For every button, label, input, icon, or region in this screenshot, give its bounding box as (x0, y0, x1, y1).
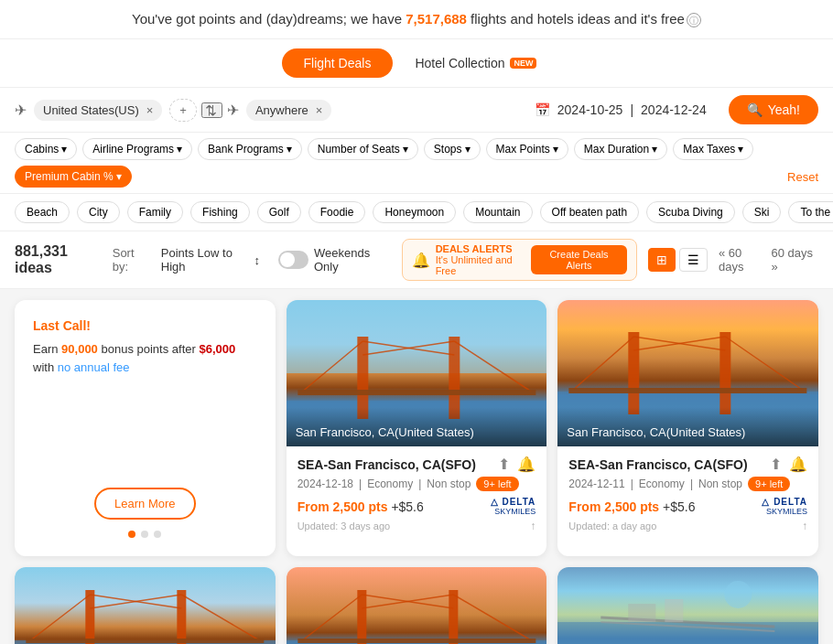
origin-tag[interactable]: United States(US) × (34, 100, 162, 121)
share-button-1[interactable]: ⬆ (498, 456, 510, 473)
updated-1: Updated: 3 days ago (298, 521, 391, 531)
banner-highlight: 7,517,688 (406, 11, 467, 27)
chevron-icon: ▾ (465, 143, 471, 156)
updated-2: Updated: a day ago (568, 521, 656, 531)
card-stops-1: Non stop (427, 478, 471, 490)
bell-icon: 🔔 (412, 252, 430, 269)
share-button-2[interactable]: ⬆ (770, 456, 782, 473)
card-title-1: SEA-San Francisco, CA(SFO) (298, 457, 476, 472)
alert-button-2[interactable]: 🔔 (789, 456, 807, 473)
tag-to-the-moon[interactable]: To the MOON (788, 201, 833, 223)
weekends-toggle[interactable]: Weekends Only (278, 246, 391, 274)
date-range: 📅 2024-10-25 | 2024-12-24 (535, 102, 707, 117)
card-stops-2: Non stop (698, 478, 742, 490)
svg-rect-20 (177, 590, 186, 644)
svg-rect-9 (298, 390, 536, 395)
cards-container: Last Call! Earn 90,000 bonus points afte… (0, 289, 833, 644)
tag-honeymoon[interactable]: Honeymoon (373, 201, 456, 223)
learn-more-button[interactable]: Learn More (94, 488, 195, 520)
tag-off-beaten-path[interactable]: Off beaten path (540, 201, 640, 223)
svg-line-13 (574, 337, 634, 390)
create-alert-button[interactable]: Create Deals Alerts (531, 245, 627, 274)
promo-points: 90,000 (61, 342, 98, 356)
filter-number-of-seats[interactable]: Number of Seats▾ (308, 138, 418, 160)
swap-button[interactable]: ⇄ (201, 102, 222, 118)
card-location-1: San Francisco, CA(United States) (287, 407, 547, 446)
delta-text-1: △ DELTA (491, 497, 536, 507)
filter-max-taxes[interactable]: Max Taxes▾ (673, 138, 753, 160)
filter-stops[interactable]: Stops▾ (424, 138, 481, 160)
search-button[interactable]: 🔍 Yeah! (729, 95, 818, 124)
svg-rect-17 (569, 388, 807, 393)
last-call-label: Last Call! (33, 318, 257, 333)
filter-max-points[interactable]: Max Points▾ (486, 138, 568, 160)
flight-card-1: San Francisco, CA(United States) SEA-San… (287, 300, 547, 556)
tag-golf[interactable]: Golf (257, 201, 301, 223)
filter-bank-programs[interactable]: Bank Programs▾ (198, 138, 302, 160)
tab-flight-deals[interactable]: Flight Deals (282, 48, 394, 78)
card-date-1: 2024-12-18 (298, 478, 353, 490)
chevron-icon: ▾ (553, 143, 558, 156)
tag-fishing[interactable]: Fishing (190, 201, 250, 223)
filter-bar: Cabins▾Airline Programs▾Bank Programs▾Nu… (0, 133, 833, 194)
nav-right[interactable]: 60 days » (772, 246, 818, 274)
svg-rect-25 (26, 639, 264, 643)
chevron-icon: ▾ (116, 170, 122, 183)
tag-scuba-diving[interactable]: Scuba Diving (646, 201, 735, 223)
sort-value[interactable]: Points Low to High ↕ (161, 246, 260, 274)
date-to[interactable]: 2024-12-24 (641, 102, 707, 117)
list-view-button[interactable]: ☰ (679, 248, 708, 272)
date-from[interactable]: 2024-10-25 (557, 102, 623, 117)
svg-rect-11 (629, 332, 640, 414)
skymiles-text-1: SKYMILES (491, 507, 536, 516)
airline-logo-1: △ DELTA SKYMILES (491, 497, 536, 516)
reset-filters-button[interactable]: Reset (787, 170, 818, 184)
tag-mountain[interactable]: Mountain (463, 201, 532, 223)
grid-view-button[interactable]: ⊞ (648, 248, 676, 272)
origin-label: United States(US) (43, 103, 139, 117)
up-arrow-2: ↑ (802, 520, 807, 532)
alert-button-1[interactable]: 🔔 (517, 456, 536, 473)
tag-foodie[interactable]: Foodie (308, 201, 366, 223)
results-count: 881,331 ideas (15, 243, 102, 276)
tab-hotel-collection[interactable]: Hotel Collection NEW (400, 48, 551, 78)
dot-2 (141, 531, 148, 538)
origin-remove[interactable]: × (146, 103, 154, 117)
sort-icon: ↕ (254, 253, 261, 267)
deals-alert: 🔔 DEALS ALERTS It's Unlimited and Free C… (402, 239, 637, 281)
skymiles-text-2: SKYMILES (762, 507, 807, 516)
card-cabin-1: Economy (367, 478, 413, 490)
bottom-card-3[interactable] (557, 567, 818, 644)
bottom-card-1[interactable] (15, 567, 276, 644)
flight-card-2: San Francisco, CA(United States) SEA-San… (557, 300, 818, 556)
seats-badge-1: 9+ left (476, 477, 518, 491)
sort-label: Sort by: (113, 246, 150, 274)
origin-icon: ✈ (15, 102, 27, 119)
tag-family[interactable]: Family (127, 201, 183, 223)
filter-airline-programs[interactable]: Airline Programs▾ (82, 138, 192, 160)
info-icon[interactable]: ⓘ (687, 13, 701, 27)
chevron-icon: ▾ (177, 143, 182, 156)
price-pts-1: From 2,500 pts (298, 499, 388, 514)
dot-3 (154, 531, 161, 538)
tag-beach[interactable]: Beach (15, 201, 70, 223)
weekends-label: Weekends Only (314, 246, 391, 274)
destination-tag[interactable]: Anywhere × (246, 100, 331, 121)
svg-rect-12 (720, 332, 731, 414)
bottom-card-2[interactable] (287, 567, 547, 644)
toggle-switch[interactable] (278, 251, 308, 269)
filter-cabins[interactable]: Cabins▾ (15, 138, 77, 160)
banner-text-after: flights and hotels ideas and it's free (467, 11, 685, 27)
tag-city[interactable]: City (77, 201, 120, 223)
destination-remove[interactable]: × (316, 103, 323, 117)
filter-max-duration[interactable]: Max Duration▾ (574, 138, 667, 160)
card-image-2: San Francisco, CA(United States) (557, 300, 818, 446)
add-origin[interactable]: + (169, 99, 197, 122)
date-separator: | (630, 102, 633, 117)
price-cash-2: +$5.6 (663, 499, 695, 514)
view-toggle: ⊞ ☰ (648, 248, 708, 272)
filter-premium-cabin[interactable]: Premium Cabin %▾ (15, 166, 132, 188)
svg-point-37 (725, 581, 752, 608)
nav-left[interactable]: « 60 days (719, 246, 765, 274)
tag-ski[interactable]: Ski (742, 201, 782, 223)
